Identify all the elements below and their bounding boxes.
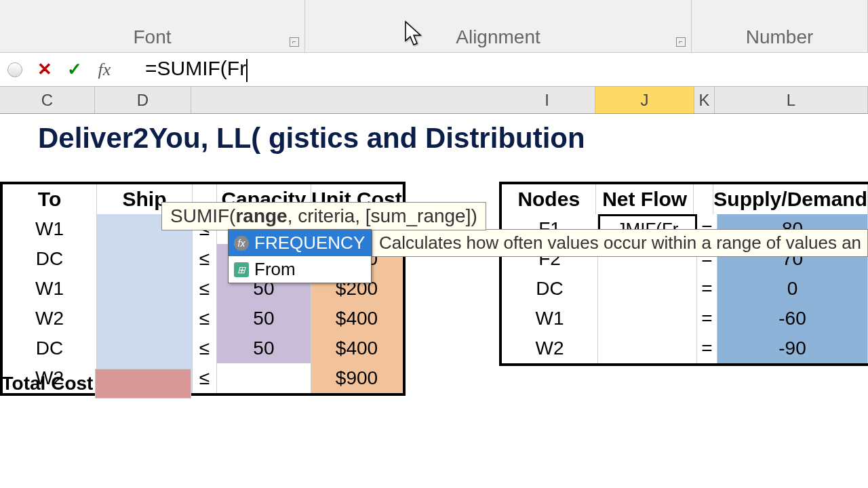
ribbon: Font ⌐ Alignment ⌐ Number bbox=[0, 0, 868, 53]
formula-syntax-hint[interactable]: SUMIF(range, criteria, [sum_range]) bbox=[161, 202, 486, 230]
cell-eq: = bbox=[697, 333, 717, 363]
col-header-d[interactable]: D bbox=[95, 87, 191, 113]
cell-leq: ≤ bbox=[193, 274, 217, 304]
col-header-gap bbox=[191, 87, 499, 113]
autocomplete-item-from[interactable]: ⊞ From bbox=[229, 256, 371, 283]
cell-eq: = bbox=[697, 274, 717, 304]
cell-node[interactable]: W2 bbox=[502, 333, 598, 363]
autocomplete-dropdown[interactable]: fx FREQUENCY ⊞ From bbox=[228, 229, 372, 283]
th-supplydemand: Supply/Demand bbox=[713, 184, 868, 214]
col-header-i[interactable]: I bbox=[499, 87, 595, 113]
ribbon-label-number: Number bbox=[746, 26, 814, 48]
cell-leq: ≤ bbox=[193, 363, 217, 393]
ribbon-label-font: Font bbox=[133, 26, 171, 48]
cell-node[interactable]: W1 bbox=[502, 304, 598, 333]
cell-cap[interactable] bbox=[217, 363, 311, 393]
font-dialog-launcher-icon[interactable]: ⌐ bbox=[290, 37, 299, 47]
cell-uc[interactable]: $900 bbox=[311, 363, 403, 393]
column-headers: C D I J K L bbox=[0, 87, 868, 114]
th-nodes: Nodes bbox=[502, 184, 596, 214]
cell-nf[interactable] bbox=[598, 333, 697, 363]
table-nodes: Nodes Net Flow Supply/Demand F1JMIF(Fr=8… bbox=[499, 182, 868, 366]
cell-cap[interactable]: 50 bbox=[217, 333, 311, 363]
th-to: To bbox=[3, 184, 97, 214]
cell-ship[interactable] bbox=[97, 274, 193, 304]
cell-leq: ≤ bbox=[193, 244, 217, 274]
cell-nf[interactable] bbox=[598, 274, 697, 304]
th-eq bbox=[694, 184, 713, 214]
ribbon-group-font: Font ⌐ bbox=[0, 0, 305, 52]
formula-input[interactable]: =SUMIF(Fr bbox=[119, 57, 868, 81]
cell-eq: = bbox=[697, 304, 717, 333]
function-icon: fx bbox=[234, 236, 249, 251]
cell-to[interactable]: DC bbox=[3, 333, 97, 363]
alignment-dialog-launcher-icon[interactable]: ⌐ bbox=[676, 37, 686, 47]
cell-to[interactable]: DC bbox=[3, 244, 97, 274]
formula-text: =SUMIF(Fr bbox=[145, 57, 246, 79]
ribbon-label-alignment: Alignment bbox=[456, 26, 540, 48]
cell-to[interactable]: W2 bbox=[3, 304, 97, 333]
formula-bar: ✕ ✓ fx =SUMIF(Fr bbox=[0, 53, 868, 87]
cell-ship[interactable] bbox=[97, 304, 193, 333]
cell-nf[interactable] bbox=[598, 304, 697, 333]
company-title: Deliver2You, LL( gistics and Distributio… bbox=[38, 122, 585, 155]
total-cost-cell[interactable] bbox=[95, 369, 191, 399]
cancel-icon[interactable]: ✕ bbox=[30, 56, 60, 83]
total-cost-label: Total Cost bbox=[0, 369, 95, 399]
col-header-j[interactable]: J bbox=[595, 87, 694, 113]
cell-uc[interactable]: $400 bbox=[311, 333, 403, 363]
name-icon: ⊞ bbox=[234, 262, 249, 277]
col-header-c[interactable]: C bbox=[0, 87, 95, 113]
cell-ship[interactable] bbox=[97, 244, 193, 274]
th-netflow: Net Flow bbox=[596, 184, 693, 214]
cell-cap[interactable]: 50 bbox=[217, 304, 311, 333]
mouse-cursor-icon bbox=[404, 20, 423, 49]
ribbon-group-number: Number bbox=[692, 0, 868, 52]
cell-leq: ≤ bbox=[193, 333, 217, 363]
fx-icon[interactable]: fx bbox=[90, 56, 119, 83]
col-header-l[interactable]: L bbox=[715, 87, 868, 113]
autocomplete-description: Calculates how often values occur within… bbox=[372, 229, 868, 257]
cell-sd[interactable]: -90 bbox=[717, 333, 868, 363]
cell-sd[interactable]: 0 bbox=[717, 274, 868, 304]
ribbon-group-alignment: Alignment ⌐ bbox=[305, 0, 692, 52]
col-header-k[interactable]: K bbox=[694, 87, 715, 113]
cell-uc[interactable]: $400 bbox=[311, 304, 403, 333]
cell-to[interactable]: W1 bbox=[3, 214, 97, 244]
name-box-dropdown[interactable] bbox=[0, 56, 30, 83]
cell-ship[interactable] bbox=[97, 333, 193, 363]
cell-to[interactable]: W1 bbox=[3, 274, 97, 304]
accept-icon[interactable]: ✓ bbox=[60, 56, 90, 83]
cell-leq: ≤ bbox=[193, 304, 217, 333]
cell-sd[interactable]: -60 bbox=[717, 304, 868, 333]
cell-node[interactable]: DC bbox=[502, 274, 598, 304]
autocomplete-item-frequency[interactable]: fx FREQUENCY bbox=[229, 230, 371, 256]
